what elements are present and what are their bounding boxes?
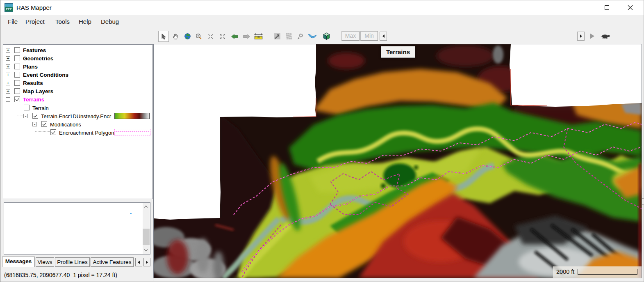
menu-tools[interactable]: Tools — [55, 18, 70, 25]
profile-plot-button[interactable] — [272, 31, 282, 42]
measure-ruler-button[interactable] — [253, 31, 264, 42]
layer-checkbox[interactable] — [14, 88, 20, 94]
terrain-color-ramp[interactable] — [114, 113, 150, 119]
tabs-scroll-right-button[interactable] — [143, 258, 150, 266]
turtle-speed-icon[interactable] — [600, 34, 611, 39]
expand-toggle[interactable]: + — [6, 81, 10, 85]
titlebar[interactable]: RAS Mapper — [0, 0, 644, 15]
expand-toggle[interactable]: + — [6, 56, 10, 61]
expand-toggle[interactable]: + — [6, 73, 10, 77]
vertical-scrollbar[interactable] — [143, 203, 150, 254]
scale-bar: 2000 ft — [553, 266, 642, 278]
tree-item-encroachment-polygons: Encroachment Polygons — [3, 128, 152, 137]
tab-active-features[interactable]: Active Features — [91, 257, 134, 267]
terrain-map — [154, 44, 642, 278]
layer-checkbox[interactable] — [14, 47, 20, 53]
tree-label[interactable]: Terrain — [32, 105, 49, 111]
expand-toggle[interactable]: + — [6, 89, 10, 94]
tree-label[interactable]: Plans — [23, 64, 38, 70]
expand-toggle[interactable]: - — [23, 114, 28, 118]
zoom-in-icon — [195, 33, 202, 40]
flow-path-wave-icon — [307, 33, 317, 39]
tree-item-results: + Results — [3, 79, 152, 87]
mesh-hatch-button[interactable] — [283, 31, 294, 42]
tree-label[interactable]: Results — [23, 80, 43, 86]
measure-ruler-icon — [254, 33, 263, 40]
tree-item-geometries: + Geometries — [3, 55, 152, 63]
tab-views[interactable]: Views — [36, 257, 54, 267]
previous-extents-button[interactable] — [229, 31, 240, 42]
mesh-hatch-icon — [285, 33, 292, 40]
flow-path-button[interactable] — [307, 31, 318, 42]
terrain-3d-cube-icon — [323, 32, 330, 40]
map-view[interactable]: Terrains 2000 ft — [153, 44, 642, 278]
tree-item-map-layers: + Map Layers — [3, 87, 152, 96]
select-cursor-button[interactable] — [158, 31, 169, 42]
tree-label[interactable]: Features — [23, 47, 46, 53]
layer-checkbox[interactable] — [50, 129, 56, 135]
tree-label[interactable]: Geometries — [23, 55, 53, 62]
layer-checkbox[interactable] — [24, 105, 30, 110]
max-button[interactable]: Max — [341, 31, 360, 41]
right-triangle-icon — [580, 34, 582, 38]
tree-label[interactable]: Map Layers — [23, 88, 53, 94]
tree-label[interactable]: Modifications — [50, 122, 81, 128]
menu-file[interactable]: File — [8, 18, 18, 25]
min-button[interactable]: Min — [360, 31, 378, 41]
window-title: RAS Mapper — [16, 4, 52, 11]
step-forward-button[interactable] — [577, 32, 585, 41]
tree-label[interactable]: Terrain.Encr1DUnsteady.Encr — [41, 113, 111, 119]
chevron-up-icon — [144, 206, 148, 209]
ras-mapper-window: { "window": { "title": "RAS Mapper", "co… — [0, 0, 644, 282]
expand-toggle[interactable]: + — [6, 64, 10, 69]
maximize-button[interactable] — [598, 0, 617, 15]
maximize-icon — [605, 5, 609, 10]
tab-profile-lines[interactable]: Profile Lines — [55, 257, 90, 267]
layer-checkbox[interactable] — [41, 121, 47, 127]
left-triangle-icon — [138, 261, 140, 264]
encroachment-swatch[interactable] — [114, 129, 150, 135]
layer-checkbox[interactable] — [32, 113, 38, 119]
scrollbar-thumb[interactable] — [143, 229, 150, 245]
menu-debug[interactable]: Debug — [101, 18, 119, 25]
shrink-extents-button[interactable] — [205, 31, 216, 42]
splitter-handle[interactable] — [642, 198, 644, 205]
layer-checkbox[interactable] — [14, 80, 20, 86]
zoom-in-button[interactable] — [193, 31, 204, 42]
select-cursor-icon — [160, 33, 167, 40]
expand-toggle[interactable]: + — [6, 48, 10, 53]
minimize-button[interactable] — [574, 0, 593, 15]
zoom-extents-globe-button[interactable] — [182, 31, 193, 42]
tree-label[interactable]: Encroachment Polygons — [59, 130, 117, 136]
tree-label[interactable]: Terrains — [23, 96, 44, 103]
app-icon — [5, 3, 13, 12]
status-bar: (6816835.75, 2090677.40 1 pixel = 17.24 … — [1, 269, 153, 281]
chevron-down-icon — [144, 248, 148, 251]
tree-item-terrain: Terrain — [3, 104, 152, 112]
scroll-up-button[interactable] — [143, 203, 150, 210]
layer-checkbox[interactable] — [14, 55, 20, 61]
tree-label[interactable]: Event Conditions — [23, 72, 68, 78]
messages-panel[interactable] — [4, 202, 150, 254]
expand-toggle[interactable]: - — [32, 122, 37, 126]
play-animation-icon[interactable] — [590, 33, 594, 39]
tree-item-terrain-encr: - Terrain.Encr1DUnsteady.Encr — [3, 112, 152, 120]
menu-project[interactable]: Project — [25, 18, 45, 25]
scroll-down-button[interactable] — [143, 247, 150, 254]
layer-checkbox[interactable] — [14, 96, 20, 102]
layer-checkbox[interactable] — [14, 64, 20, 69]
toolbar: Max Min — [0, 30, 644, 44]
layer-checkbox[interactable] — [14, 72, 20, 78]
collapse-left-button[interactable] — [380, 32, 387, 41]
pan-hand-button[interactable] — [170, 31, 181, 42]
terrain-3d-button[interactable] — [321, 31, 332, 42]
next-extents-button[interactable] — [241, 31, 252, 42]
tabs-scroll-left-button[interactable] — [135, 258, 142, 266]
close-button[interactable] — [621, 0, 640, 15]
expand-toggle[interactable]: - — [6, 97, 10, 102]
bottom-tabs: Messages Views Profile Lines Active Feat… — [0, 257, 154, 267]
tab-messages[interactable]: Messages — [2, 257, 35, 267]
menu-help[interactable]: Help — [79, 18, 91, 25]
grow-extents-button[interactable] — [217, 31, 228, 42]
edit-tools-button[interactable] — [295, 31, 305, 42]
